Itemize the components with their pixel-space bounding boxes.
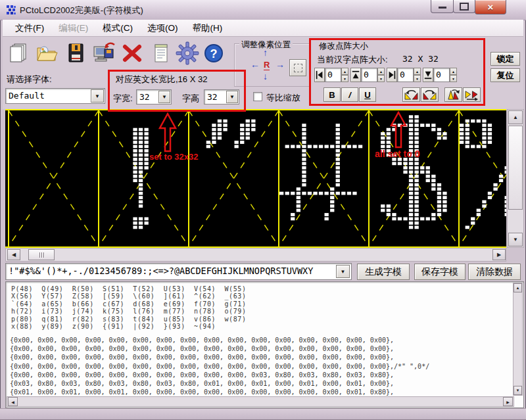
dot-matrix-title: 修改点阵大小	[317, 41, 370, 52]
export-computer-icon	[92, 41, 117, 66]
char-width-combo[interactable]: 32 ▼	[136, 89, 172, 105]
bottom-margin-button[interactable]	[423, 68, 433, 82]
hex-line: {0x03, 0x80, 0x03, 0x80, 0x03, 0x80, 0x0…	[10, 379, 429, 388]
char-strip-combo[interactable]: !"#$%&'()*+,-./0123456789:;<=>?@ABCDEFGH…	[5, 263, 352, 280]
new-file-icon	[6, 41, 30, 66]
delete-x-icon	[120, 41, 144, 66]
scroll-right-button[interactable]: ▶	[503, 397, 513, 406]
flip-vertical-button[interactable]	[444, 87, 462, 102]
bottom-margin-spin[interactable]: ▲▼	[450, 68, 457, 82]
scroll-right-button[interactable]: ▶	[492, 249, 506, 260]
spin-up-button[interactable]: ▲	[450, 68, 457, 75]
spin-up-button[interactable]: ▲	[377, 68, 385, 75]
lock-button[interactable]: 锁定	[490, 52, 520, 66]
char-height-label: 字高	[182, 93, 199, 105]
toolbar-button-help[interactable]: ?	[201, 39, 226, 67]
flip-horizontal-button[interactable]	[463, 87, 481, 102]
chevron-down-icon: ▼	[341, 269, 346, 275]
toolbar-button-open[interactable]	[34, 39, 59, 67]
char-width-label: 字宽:	[113, 93, 133, 105]
left-margin-button[interactable]	[314, 68, 325, 82]
menu-item-file[interactable]: 文件(F)	[8, 20, 51, 36]
menu-item-help[interactable]: 帮助(H)	[185, 20, 230, 36]
menu-item-mode[interactable]: 模式(C)	[95, 20, 140, 36]
font-select-dropdown-button[interactable]: ▼	[91, 89, 104, 103]
right-margin-button[interactable]	[387, 68, 397, 82]
right-margin-input[interactable]: 0	[397, 68, 414, 82]
canvas-horizontal-scrollbar[interactable]: ◀ ▶	[5, 248, 506, 262]
spin-down-button[interactable]: ▼	[414, 75, 421, 82]
spin-up-button[interactable]: ▲	[341, 68, 348, 75]
move-up-button[interactable]: ↑	[263, 47, 268, 58]
close-button[interactable]: ×	[475, 0, 506, 14]
char-width-dropdown-button[interactable]: ▼	[158, 91, 170, 103]
lcd-canvas[interactable]	[5, 109, 506, 248]
left-margin-spinner: 0 ▲▼	[314, 68, 348, 82]
scroll-left-button[interactable]: ◀	[8, 397, 18, 406]
right-margin-spin[interactable]: ▲▼	[414, 68, 421, 82]
scrollbar-thumb[interactable]	[508, 126, 523, 210]
scrollbar-thumb[interactable]	[28, 249, 55, 260]
output-textarea[interactable]: P(48) Q(49) R(50) S(51) T(52) U(53) V(54…	[5, 281, 524, 408]
bold-button[interactable]: B	[323, 87, 341, 102]
toolbar-button-new[interactable]	[5, 39, 30, 67]
scroll-up-button[interactable]: ▲	[514, 283, 522, 292]
hex-line: {0x01, 0x00, 0x01, 0x00, 0x01, 0x00, 0x0…	[10, 388, 429, 396]
menu-item-options[interactable]: 选项(O)	[140, 20, 185, 36]
spin-up-button[interactable]: ▲	[414, 68, 421, 75]
rotate-left-button[interactable]	[402, 87, 420, 102]
font-select-combo[interactable]: Default ▼	[5, 88, 105, 104]
scroll-down-button[interactable]: ▼	[508, 233, 523, 246]
top-margin-input[interactable]: 0	[361, 68, 377, 82]
flip-horizontal-icon	[464, 89, 479, 101]
top-margin-button[interactable]	[350, 68, 361, 82]
spin-down-button[interactable]: ▼	[450, 75, 457, 82]
canvas-vertical-scrollbar[interactable]: ▲ ▼	[507, 109, 524, 248]
underline-button[interactable]: U	[359, 87, 376, 102]
rotate-right-button[interactable]	[421, 87, 439, 102]
scroll-down-button[interactable]: ▼	[514, 386, 522, 395]
bottom-margin-input[interactable]: 0	[433, 68, 450, 82]
scroll-left-button[interactable]: ◀	[7, 249, 20, 260]
proportional-scale-checkbox[interactable]	[253, 92, 262, 101]
help-icon: ?	[202, 41, 226, 66]
left-arrow-icon: ←	[251, 59, 260, 70]
open-folder-icon	[35, 41, 59, 66]
toolbar-button-save[interactable]	[63, 39, 88, 67]
left-margin-input[interactable]: 0	[325, 68, 341, 82]
right-margin-spinner: 0 ▲▼	[387, 68, 421, 82]
char-height-combo[interactable]: 32 ▼	[204, 89, 239, 105]
move-down-button[interactable]: ↓	[263, 71, 268, 82]
left-margin-spin[interactable]: ▲▼	[341, 68, 348, 82]
char-strip-dropdown-button[interactable]: ▼	[336, 265, 350, 278]
italic-button[interactable]: /	[341, 87, 358, 102]
maximize-button[interactable]	[453, 0, 475, 13]
menu-bar: 文件(F) 编辑(E) 模式(C) 选项(O) 帮助(H)	[3, 20, 523, 37]
toolbar-button-settings[interactable]	[175, 39, 200, 67]
maximize-icon	[460, 3, 469, 11]
move-left-button[interactable]: ←	[251, 59, 260, 70]
window-bottom-border	[0, 408, 526, 420]
move-right-button[interactable]: →	[275, 59, 285, 70]
minimize-button[interactable]	[431, 0, 454, 13]
generate-button[interactable]: 生成字模	[357, 264, 410, 280]
output-vertical-scrollbar[interactable]: ▲ ▼	[513, 283, 523, 396]
toolbar-button-export[interactable]	[92, 39, 117, 67]
scroll-up-button[interactable]: ▲	[508, 110, 523, 124]
menu-item-edit: 编辑(E)	[51, 20, 95, 36]
output-horizontal-scrollbar[interactable]: ◀ ▶	[7, 396, 514, 407]
top-margin-spin[interactable]: ▲▼	[377, 68, 385, 82]
center-glyph-button[interactable]	[289, 59, 306, 76]
annotation-arrow-up-icon	[389, 111, 408, 149]
clear-button[interactable]: 清除数据	[468, 264, 521, 280]
save-button[interactable]: 保存字模	[414, 264, 466, 280]
settings-gear-icon	[175, 41, 200, 66]
spin-down-button[interactable]: ▼	[377, 75, 385, 82]
spin-down-button[interactable]: ▼	[341, 75, 348, 82]
toolbar-button-notes[interactable]	[149, 39, 174, 67]
char-height-dropdown-button[interactable]: ▼	[226, 91, 238, 103]
reset-position-button[interactable]: R	[264, 60, 270, 70]
reset-button[interactable]: 复位	[490, 68, 520, 82]
toolbar-button-delete[interactable]	[120, 39, 145, 67]
annotation-label-set-zero: all set to 0	[375, 149, 419, 159]
